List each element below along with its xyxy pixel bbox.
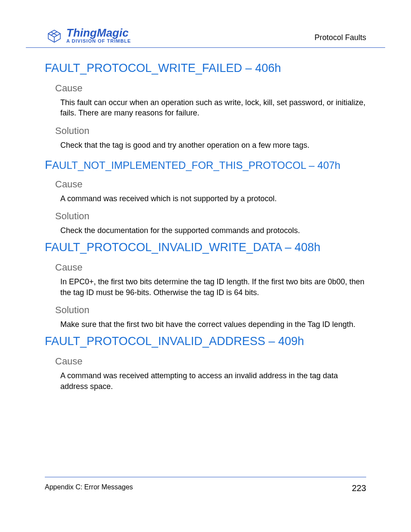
header-section-title: Protocol Faults bbox=[314, 33, 366, 45]
fault-title: FAULT_PROTOCOL_INVALID_WRITE_DATA – 408h bbox=[45, 241, 366, 254]
subsection-heading: Cause bbox=[55, 356, 366, 367]
fault-title-rest: AULT_NOT_IMPLEMENTED_FOR_THIS_PROTOCOL –… bbox=[52, 159, 340, 171]
body-text: Make sure that the first two bit have th… bbox=[60, 319, 366, 330]
page-header: ThingMagic A DIVISION OF TRIMBLE Protoco… bbox=[26, 26, 385, 48]
fault-title-cap: F bbox=[45, 158, 52, 171]
subsection-heading: Cause bbox=[55, 262, 366, 273]
logo-tagline: A DIVISION OF TRIMBLE bbox=[66, 39, 131, 44]
logo: ThingMagic A DIVISION OF TRIMBLE bbox=[45, 26, 131, 45]
page-content: FAULT_PROTOCOL_WRITE_FAILED – 406h Cause… bbox=[26, 48, 385, 392]
subsection-heading: Solution bbox=[55, 211, 366, 222]
body-text: A command was received attempting to acc… bbox=[60, 370, 366, 392]
page-number: 223 bbox=[352, 483, 366, 493]
body-text: In EPC0+, the first two bits determine t… bbox=[60, 277, 366, 298]
fault-title: FAULT_PROTOCOL_INVALID_ADDRESS – 409h bbox=[45, 335, 366, 348]
subsection-heading: Solution bbox=[55, 125, 366, 137]
subsection-heading: Cause bbox=[55, 83, 366, 94]
logo-text: ThingMagic A DIVISION OF TRIMBLE bbox=[66, 27, 131, 44]
body-text: A command was received which is not supp… bbox=[60, 193, 366, 204]
subsection-heading: Cause bbox=[55, 179, 366, 190]
page-footer: Appendix C: Error Messages 223 bbox=[45, 477, 366, 493]
body-text: Check that the tag is good and try anoth… bbox=[60, 140, 366, 150]
logo-brand: ThingMagic bbox=[66, 27, 131, 39]
body-text: This fault can occur when an operation s… bbox=[60, 97, 366, 118]
fault-title: FAULT_PROTOCOL_WRITE_FAILED – 406h bbox=[45, 62, 366, 75]
logo-icon bbox=[45, 26, 64, 45]
document-page: ThingMagic A DIVISION OF TRIMBLE Protoco… bbox=[0, 0, 411, 532]
subsection-heading: Solution bbox=[55, 305, 366, 316]
body-text: Check the documentation for the supporte… bbox=[60, 225, 366, 236]
fault-title: FAULT_NOT_IMPLEMENTED_FOR_THIS_PROTOCOL … bbox=[45, 158, 366, 172]
footer-appendix: Appendix C: Error Messages bbox=[45, 483, 133, 493]
